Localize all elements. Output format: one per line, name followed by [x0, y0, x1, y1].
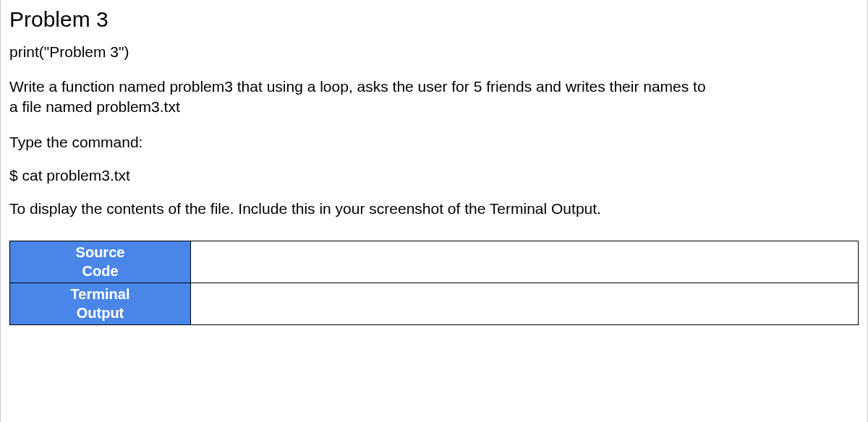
source-code-label-line1: Source: [10, 243, 190, 262]
problem-title: Problem 3: [9, 7, 859, 32]
command-text: $ cat problem3.txt: [9, 167, 859, 184]
answer-table: Source Code Terminal Output: [9, 241, 859, 325]
terminal-output-label-line2: Output: [10, 303, 190, 322]
table-row: Source Code: [10, 241, 859, 283]
source-code-label-cell: Source Code: [10, 241, 191, 283]
problem-description: Write a function named problem3 that usi…: [9, 77, 718, 118]
type-command-label: Type the command:: [9, 134, 859, 151]
display-note: To display the contents of the file. Inc…: [9, 200, 859, 218]
print-statement: print("Problem 3"): [9, 43, 859, 61]
source-code-label-line2: Code: [10, 262, 190, 280]
terminal-output-label-cell: Terminal Output: [10, 283, 191, 324]
source-code-content-cell[interactable]: [191, 241, 859, 283]
terminal-output-content-cell[interactable]: [191, 283, 859, 324]
table-row: Terminal Output: [10, 283, 859, 324]
page-container: Problem 3 print("Problem 3") Write a fun…: [0, 0, 868, 422]
terminal-output-label-line1: Terminal: [10, 285, 190, 303]
